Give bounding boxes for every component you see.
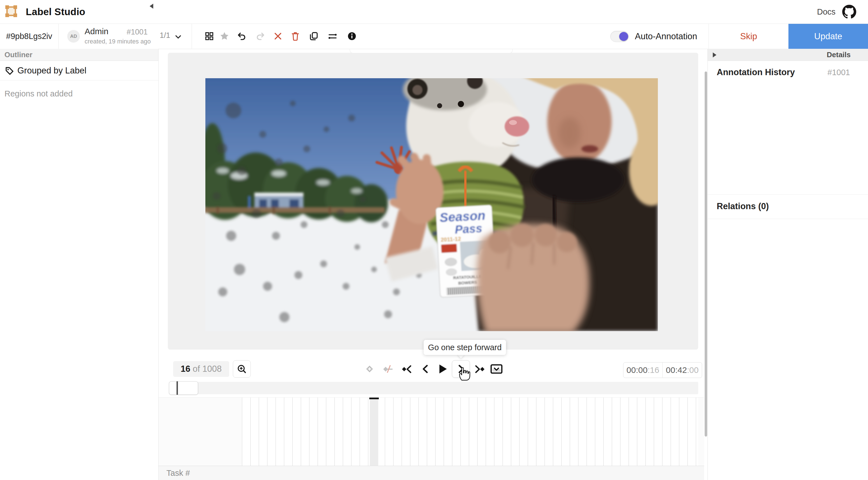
auto-annotation-toggle[interactable] xyxy=(610,31,629,42)
redo-icon xyxy=(256,32,265,41)
diamond-slash-icon xyxy=(382,364,394,374)
annotator-name: Admin xyxy=(85,27,108,36)
group-by-label-control[interactable]: Grouped by Label xyxy=(0,61,158,81)
outliner-title: Outliner xyxy=(4,49,32,61)
timeline-strip xyxy=(159,397,704,466)
scrolled-config-card-edge xyxy=(350,49,513,53)
play-button[interactable] xyxy=(436,363,450,375)
vertical-scrollbar[interactable] xyxy=(705,71,707,437)
expand-details-icon[interactable] xyxy=(713,53,716,58)
copy-annotation-button[interactable] xyxy=(307,29,320,43)
timeline-playhead-marker[interactable] xyxy=(369,397,379,399)
annotation-pagination: 1/1 xyxy=(160,31,170,40)
diamond-plus-icon xyxy=(365,364,374,374)
avatar: AD xyxy=(67,30,80,42)
time-display: 00:00:16 00:42:00 xyxy=(623,362,702,378)
chevron-left-icon xyxy=(421,364,429,374)
info-icon xyxy=(347,32,356,41)
seek-minimap-bar[interactable] xyxy=(169,382,698,394)
redo-button[interactable] xyxy=(254,29,267,43)
undo-button[interactable] xyxy=(235,29,249,43)
keypoint-lifespan-button[interactable] xyxy=(381,363,395,375)
chevron-right-diamond-icon xyxy=(474,364,485,374)
x-cross-icon xyxy=(274,32,282,40)
seek-playhead[interactable] xyxy=(177,381,178,395)
label-studio-logo-icon[interactable] xyxy=(4,4,18,18)
info-button[interactable] xyxy=(345,29,359,43)
duplicate-icon xyxy=(309,32,318,41)
annotation-toolbar: #9pb8Lgs2iv AD Admin #1001 created, 19 m… xyxy=(0,24,868,49)
svg-text:2011-12: 2011-12 xyxy=(440,236,461,243)
frame-total: of 1008 xyxy=(193,364,222,374)
annotation-history-id: #1001 xyxy=(827,68,850,77)
relations-section[interactable]: Relations (0) xyxy=(708,194,868,219)
frames-view-toggle-button[interactable] xyxy=(490,363,503,375)
magnifier-plus-icon xyxy=(237,364,247,374)
github-icon[interactable] xyxy=(842,5,856,19)
details-title: Details xyxy=(827,49,850,61)
total-duration: 00:42:00 xyxy=(663,362,702,378)
svg-text:Pass: Pass xyxy=(455,221,483,236)
annotation-created-info: created, 19 minutes ago xyxy=(85,38,151,45)
label-studio-app: Label Studio Docs #9pb8Lgs2iv AD Admin #… xyxy=(0,0,868,480)
update-button[interactable]: Update xyxy=(788,24,868,49)
collapse-outliner-icon[interactable] xyxy=(150,4,153,9)
step-back-button[interactable] xyxy=(418,363,432,375)
annotation-history-title[interactable]: Annotation History xyxy=(717,67,795,78)
timeline-zoom-button[interactable] xyxy=(233,360,251,378)
toggle-knob xyxy=(619,32,628,41)
outliner-header: Outliner xyxy=(0,49,158,61)
reject-annotation-button[interactable] xyxy=(271,29,285,43)
frame-current: 16 xyxy=(181,364,190,374)
regions-empty-text: Regions not added xyxy=(4,89,72,98)
docs-link[interactable]: Docs xyxy=(817,0,836,24)
task-number-label: Task # xyxy=(166,466,190,480)
chevron-down-icon[interactable] xyxy=(174,33,182,41)
task-id-label: #9pb8Lgs2iv xyxy=(0,24,58,49)
timeline-frames-grid[interactable] xyxy=(242,397,698,466)
skip-button[interactable]: Skip xyxy=(709,24,788,49)
box-chevron-down-icon xyxy=(490,364,503,374)
annotation-id: #1001 xyxy=(127,28,148,36)
details-panel-header: Details xyxy=(708,49,868,61)
current-time: 00:00:16 xyxy=(623,362,663,378)
timeline-current-frame-column xyxy=(370,397,378,466)
tooltip-go-one-step-forward: Go one step forward xyxy=(424,340,506,355)
task-footer-bar: Task # xyxy=(159,466,704,480)
undo-icon xyxy=(237,32,246,41)
keypoint-add-button[interactable] xyxy=(363,363,376,375)
settings-button[interactable] xyxy=(326,29,339,43)
trash-icon xyxy=(291,32,300,41)
grid-view-button[interactable] xyxy=(203,29,216,43)
group-mode-label: Grouped by Label xyxy=(18,61,86,81)
delete-annotation-button[interactable] xyxy=(288,29,302,43)
play-icon xyxy=(438,364,448,374)
svg-text:BOWERS: BOWERS xyxy=(458,280,477,286)
app-header: Label Studio Docs xyxy=(0,0,868,24)
sliders-icon xyxy=(328,32,337,40)
diamond-chevron-left-icon xyxy=(402,364,412,374)
relations-title: Relations (0) xyxy=(717,201,769,211)
frame-counter[interactable]: 16 of 1008 xyxy=(173,361,229,377)
grid-icon xyxy=(205,32,214,40)
next-keypoint-button[interactable] xyxy=(473,363,486,375)
auto-annotation-label: Auto-Annotation xyxy=(635,24,697,49)
video-still-opossum-scene: Season Pass 2011-12 RATATOUILLE BOWERS xyxy=(205,78,658,331)
tag-icon xyxy=(5,66,14,76)
seek-viewport-handle[interactable] xyxy=(169,381,198,395)
app-title: Label Studio xyxy=(26,0,85,24)
ground-truth-button[interactable] xyxy=(218,29,231,43)
chevron-right-icon xyxy=(457,364,465,374)
prev-keypoint-button[interactable] xyxy=(400,363,413,375)
video-frame: Season Pass 2011-12 RATATOUILLE BOWERS xyxy=(205,78,658,331)
star-icon xyxy=(220,31,229,41)
step-forward-button[interactable] xyxy=(452,360,470,378)
